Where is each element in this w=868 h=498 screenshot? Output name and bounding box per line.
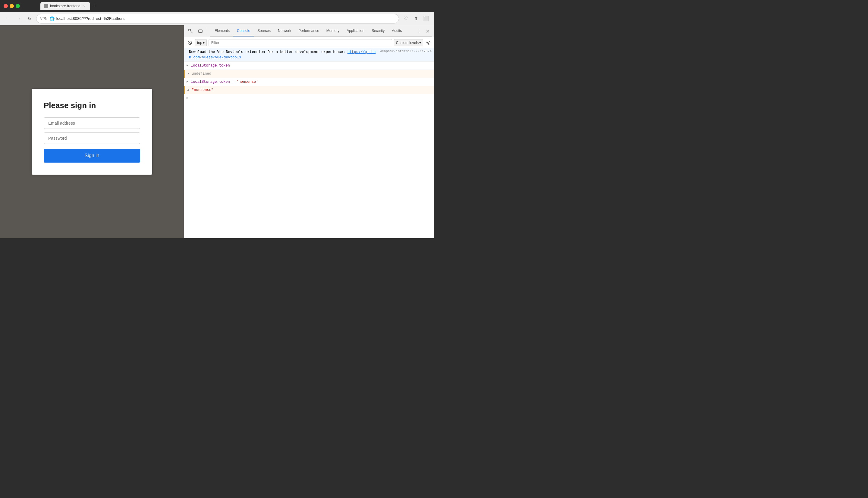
console-entry-nonsense-output: ◀ "nonsense" bbox=[184, 86, 434, 94]
vpn-icon: VPN bbox=[40, 16, 48, 21]
minimize-traffic-light[interactable] bbox=[10, 4, 14, 8]
nav-bar: ← → ↻ VPN 🌐 localhost:8080/#/?redirect=%… bbox=[0, 12, 434, 25]
sign-in-button[interactable]: Sign in bbox=[44, 149, 140, 162]
toolbar-separator bbox=[207, 28, 207, 34]
tab-title: bookstore-frontend bbox=[50, 4, 80, 8]
tab-console[interactable]: Console bbox=[233, 26, 254, 37]
globe-icon: 🌐 bbox=[49, 16, 54, 21]
main-area: Please sign in Sign in bbox=[0, 25, 434, 238]
chevron-down-icon: ▾ bbox=[203, 41, 205, 45]
chevron-down-icon: ▾ bbox=[419, 41, 421, 45]
console-text: localStorage.token = 'nonsense' bbox=[191, 79, 432, 84]
console-text: localStorage.token bbox=[191, 63, 432, 68]
sign-in-title: Please sign in bbox=[44, 101, 140, 110]
bookmark-button[interactable]: ♡ bbox=[401, 14, 410, 23]
traffic-lights bbox=[4, 4, 20, 8]
console-entry-localstorage-token[interactable]: ▶ localStorage.token bbox=[184, 62, 434, 70]
url-bar[interactable]: VPN 🌐 localhost:8080/#/?redirect=%2Fauth… bbox=[36, 14, 399, 24]
console-entry-set-token[interactable]: ▶ localStorage.token = 'nonsense' bbox=[184, 78, 434, 86]
inspect-element-button[interactable] bbox=[187, 27, 195, 36]
tab-sources[interactable]: Sources bbox=[254, 26, 274, 37]
device-toggle-button[interactable] bbox=[196, 27, 205, 36]
tab-security[interactable]: Security bbox=[368, 26, 388, 37]
devtools-toolbar: Elements Console Sources Network Perform… bbox=[184, 25, 434, 37]
tab-elements[interactable]: Elements bbox=[211, 26, 233, 37]
svg-line-4 bbox=[189, 42, 191, 44]
tab-memory[interactable]: Memory bbox=[323, 26, 343, 37]
fullscreen-button[interactable]: ⬜ bbox=[422, 14, 430, 23]
more-tabs-button[interactable]: ⋮ bbox=[415, 27, 423, 35]
browser-tab-active[interactable]: bookstore-frontend ✕ bbox=[40, 2, 90, 10]
expand-icon[interactable]: ▶ bbox=[187, 64, 188, 67]
tab-network[interactable]: Network bbox=[274, 26, 295, 37]
console-text: "nonsense" bbox=[192, 87, 432, 93]
console-level-selector[interactable]: Custom levels ▾ bbox=[394, 39, 423, 47]
reload-button[interactable]: ↻ bbox=[25, 14, 34, 23]
tab-bar: bookstore-frontend ✕ + bbox=[22, 1, 117, 11]
password-input[interactable] bbox=[44, 132, 140, 144]
console-settings-button[interactable] bbox=[425, 39, 432, 46]
svg-rect-2 bbox=[200, 32, 201, 33]
console-toolbar: top ▾ Custom levels ▾ bbox=[184, 37, 434, 48]
collapse-icon[interactable]: ◀ bbox=[187, 89, 190, 91]
console-context-selector[interactable]: top ▾ bbox=[195, 39, 207, 47]
svg-rect-1 bbox=[199, 30, 202, 32]
page-content: Please sign in Sign in bbox=[0, 25, 184, 238]
share-button[interactable]: ⬆ bbox=[412, 14, 420, 23]
console-filter-input[interactable] bbox=[208, 39, 392, 47]
devtools-tabs: Elements Console Sources Network Perform… bbox=[210, 26, 432, 37]
collapse-icon[interactable]: ◀ bbox=[187, 73, 190, 74]
tab-close-button[interactable]: ✕ bbox=[82, 4, 87, 8]
svg-rect-0 bbox=[189, 29, 191, 31]
tab-favicon bbox=[44, 4, 48, 8]
browser-chrome: bookstore-frontend ✕ + ← → ↻ VPN 🌐 local… bbox=[0, 0, 434, 25]
title-bar: bookstore-frontend ✕ + bbox=[0, 0, 434, 12]
maximize-traffic-light[interactable] bbox=[16, 4, 20, 8]
devtools-close-button[interactable]: ✕ bbox=[424, 28, 430, 34]
expand-icon[interactable]: ▶ bbox=[187, 80, 188, 83]
forward-button[interactable]: → bbox=[14, 14, 23, 23]
console-entry-vue-devtools: Download the Vue Devtools extension for … bbox=[184, 48, 434, 62]
console-entry-undefined: ◀ undefined bbox=[184, 70, 434, 78]
close-traffic-light[interactable] bbox=[4, 4, 8, 8]
console-text: undefined bbox=[192, 71, 432, 77]
expand-icon: ▶ bbox=[187, 96, 188, 100]
back-button[interactable]: ← bbox=[4, 14, 12, 23]
console-source: webpack-internal:///1:7874 bbox=[380, 49, 432, 53]
nav-actions: ♡ ⬆ ⬜ bbox=[401, 14, 430, 23]
tab-application[interactable]: Application bbox=[343, 26, 368, 37]
console-entry-prompt: ▶ bbox=[184, 94, 434, 101]
tab-performance[interactable]: Performance bbox=[295, 26, 323, 37]
devtools-panel: Elements Console Sources Network Perform… bbox=[184, 25, 434, 238]
url-text[interactable]: localhost:8080/#/?redirect=%2Fauthors bbox=[56, 16, 395, 21]
console-output: Download the Vue Devtools extension for … bbox=[184, 48, 434, 238]
sign-in-card: Please sign in Sign in bbox=[31, 89, 152, 175]
new-tab-button[interactable]: + bbox=[91, 2, 99, 10]
console-text: Download the Vue Devtools extension for … bbox=[189, 49, 377, 60]
svg-point-5 bbox=[428, 42, 429, 43]
devtools-tab-more: ⋮ ✕ bbox=[415, 26, 430, 37]
email-input[interactable] bbox=[44, 117, 140, 129]
tab-audits[interactable]: Audits bbox=[388, 26, 405, 37]
console-clear-button[interactable] bbox=[187, 39, 193, 46]
